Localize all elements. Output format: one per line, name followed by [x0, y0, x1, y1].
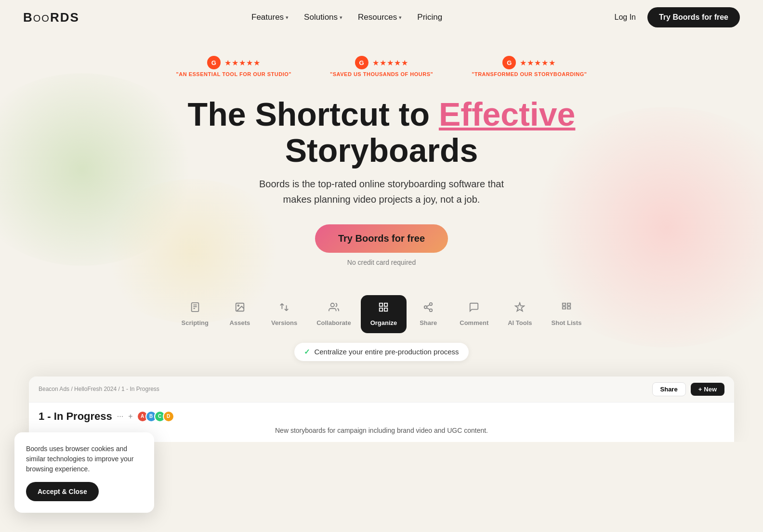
tab-collaborate[interactable]: Collaborate: [307, 295, 361, 333]
cookie-banner: Boords uses browser cookies and similar …: [14, 432, 154, 513]
chevron-down-icon: ▾: [340, 14, 342, 21]
svg-point-12: [424, 306, 427, 309]
versions-icon: [279, 302, 289, 315]
svg-rect-7: [380, 303, 382, 306]
review-quote-3: "TRANSFORMED OUR STORYBOARDING": [472, 71, 587, 77]
tab-scripting-label: Scripting: [182, 319, 209, 326]
chevron-down-icon: ▾: [399, 14, 402, 21]
review-item-1: G ★★★★★ "AN ESSENTIAL TOOL FOR OUR STUDI…: [176, 56, 292, 77]
feature-badge-text: Centralize your entire pre-production pr…: [314, 348, 459, 356]
shot-lists-icon: [561, 302, 572, 315]
svg-rect-17: [567, 303, 570, 305]
reviews-row: G ★★★★★ "AN ESSENTIAL TOOL FOR OUR STUDI…: [0, 44, 763, 87]
tab-organize-label: Organize: [370, 319, 397, 326]
more-icon[interactable]: ···: [117, 412, 123, 421]
tab-comment-label: Comment: [460, 319, 488, 326]
tab-collaborate-label: Collaborate: [316, 319, 351, 326]
project-title-row: 1 - In Progress ··· + A B C D: [39, 410, 724, 423]
hero-subheading: Boords is the top-rated online storyboar…: [0, 176, 763, 207]
nav-pricing[interactable]: Pricing: [417, 13, 442, 22]
avatar-4: D: [163, 411, 174, 422]
tab-versions[interactable]: Versions: [262, 295, 307, 333]
plus-icon: +: [698, 386, 702, 393]
stars-1: ★★★★★: [224, 58, 261, 67]
heading-suffix: Storyboards: [285, 132, 478, 169]
svg-rect-16: [563, 303, 566, 305]
new-button[interactable]: + New: [691, 383, 724, 396]
g2-icon-3: G: [502, 56, 516, 69]
organize-icon: [378, 302, 389, 315]
review-quote-2: "SAVED US THOUSANDS OF HOURS": [330, 71, 433, 77]
svg-rect-18: [563, 307, 566, 309]
hero-heading: The Shortcut to Effective Storyboards: [0, 96, 763, 169]
nav-links: Features ▾ Solutions ▾ Resources ▾ Prici…: [251, 13, 442, 22]
nav-resources[interactable]: Resources ▾: [358, 13, 402, 22]
tab-assets[interactable]: Assets: [218, 295, 262, 333]
tabs-row: Scripting Assets Versions Collaborate: [0, 295, 763, 333]
tab-organize[interactable]: Organize: [361, 295, 407, 333]
svg-rect-19: [567, 307, 570, 309]
tab-share-label: Share: [420, 319, 437, 326]
feature-badge: ✓ Centralize your entire pre-production …: [294, 343, 468, 361]
stars-3: ★★★★★: [520, 58, 556, 67]
review-item-3: G ★★★★★ "TRANSFORMED OUR STORYBOARDING": [472, 56, 587, 77]
features-section: Scripting Assets Versions Collaborate: [0, 295, 763, 442]
tab-share[interactable]: Share: [407, 295, 450, 333]
app-preview-header: Beacon Ads / HelloFresh 2024 / 1 - In Pr…: [29, 376, 734, 402]
cookie-accept-button[interactable]: Accept & Close: [26, 482, 99, 501]
assets-icon: [235, 302, 245, 315]
review-item-2: G ★★★★★ "SAVED US THOUSANDS OF HOURS": [330, 56, 433, 77]
review-top-3: G ★★★★★: [502, 56, 556, 69]
tab-scripting[interactable]: Scripting: [172, 295, 218, 333]
review-top: G ★★★★★: [207, 56, 261, 69]
logo[interactable]: BOORDS: [23, 10, 79, 25]
collaborate-icon: [329, 302, 339, 315]
svg-point-6: [330, 303, 334, 306]
nav-features[interactable]: Features ▾: [251, 13, 289, 22]
tab-shot-lists[interactable]: Shot Lists: [542, 295, 592, 333]
hero-section: G ★★★★★ "AN ESSENTIAL TOOL FOR OUR STUDI…: [0, 35, 763, 442]
preview-actions: Share + New: [652, 382, 724, 396]
share-icon: [423, 302, 434, 315]
review-top-2: G ★★★★★: [355, 56, 408, 69]
navigation: BOORDS Features ▾ Solutions ▾ Resources …: [0, 0, 763, 35]
share-button[interactable]: Share: [652, 382, 686, 396]
check-icon: ✓: [304, 348, 310, 356]
chevron-down-icon: ▾: [286, 14, 289, 21]
scripting-icon: [190, 302, 200, 315]
tab-versions-label: Versions: [271, 319, 297, 326]
tab-comment[interactable]: Comment: [450, 295, 498, 333]
breadcrumb: Beacon Ads / HelloFresh 2024 / 1 - In Pr…: [39, 386, 159, 392]
g2-icon-2: G: [355, 56, 368, 69]
avatars: A B C D: [140, 411, 174, 422]
tab-shot-lists-label: Shot Lists: [552, 319, 582, 326]
cookie-text: Boords uses browser cookies and similar …: [26, 444, 143, 474]
g2-icon: G: [207, 56, 221, 69]
tab-ai-tools[interactable]: AI Tools: [498, 295, 541, 333]
nav-right: Log In Try Boords for free: [614, 7, 740, 27]
svg-line-15: [427, 305, 430, 307]
svg-point-13: [430, 309, 433, 311]
svg-point-11: [430, 302, 433, 305]
project-title: 1 - In Progress: [39, 410, 112, 423]
svg-line-14: [427, 308, 430, 310]
svg-rect-10: [384, 308, 387, 311]
review-quote-1: "AN ESSENTIAL TOOL FOR OUR STUDIO": [176, 71, 292, 77]
heading-prefix: The Shortcut to: [188, 96, 439, 132]
hero-cta-button[interactable]: Try Boords for free: [315, 224, 448, 253]
ai-tools-icon: [514, 302, 525, 315]
no-card-label: No credit card required: [0, 259, 763, 266]
tab-assets-label: Assets: [230, 319, 250, 326]
nav-solutions[interactable]: Solutions ▾: [304, 13, 342, 22]
nav-cta-button[interactable]: Try Boords for free: [647, 7, 740, 27]
heading-accent: Effective: [439, 96, 575, 132]
svg-rect-8: [384, 303, 387, 306]
svg-point-5: [237, 305, 239, 306]
svg-rect-9: [380, 308, 382, 311]
tab-ai-tools-label: AI Tools: [508, 319, 532, 326]
login-link[interactable]: Log In: [614, 13, 635, 22]
comment-icon: [469, 302, 479, 315]
stars-2: ★★★★★: [372, 58, 408, 67]
add-icon[interactable]: +: [128, 412, 132, 421]
